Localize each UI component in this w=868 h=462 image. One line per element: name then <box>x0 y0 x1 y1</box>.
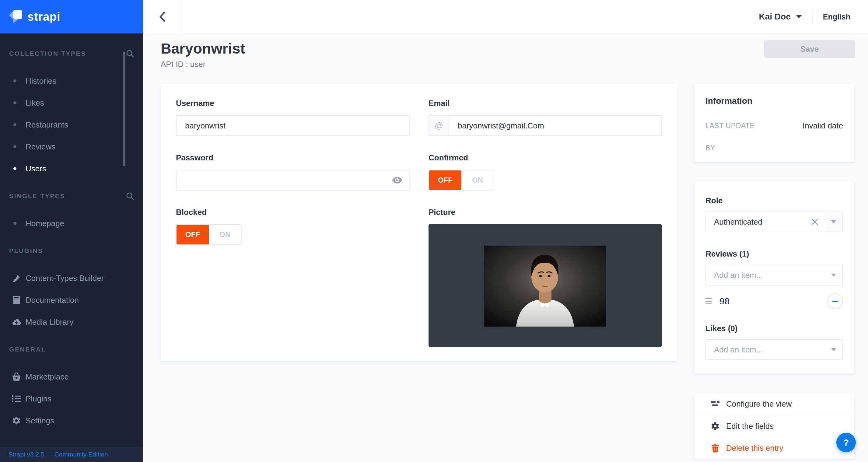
sidebar: strapi COLLECTION TYPES Histories Likes … <box>0 0 143 462</box>
confirmed-toggle[interactable]: OFF ON <box>429 170 494 190</box>
sidebar-item-label: Plugins <box>26 394 52 404</box>
save-button[interactable]: Save <box>764 40 855 58</box>
chevron-down-icon[interactable] <box>796 15 802 18</box>
bullet-icon <box>13 80 17 83</box>
email-input[interactable] <box>449 116 661 135</box>
chevron-left-icon <box>159 12 165 22</box>
sidebar-item-label: Documentation <box>26 296 79 305</box>
sidebar-item-histories[interactable]: Histories <box>0 70 143 92</box>
link-label: Edit the fields <box>726 422 774 431</box>
blocked-field-group: Blocked OFF ON <box>176 208 410 347</box>
dropdown-caret[interactable] <box>825 266 842 285</box>
sidebar-item-reviews[interactable]: Reviews <box>0 136 143 158</box>
review-item-row: 98 <box>706 294 843 309</box>
page-title: Baryonwrist <box>161 39 855 58</box>
section-title-general: GENERAL <box>9 346 46 353</box>
user-photo <box>484 246 606 327</box>
dropdown-caret[interactable] <box>825 212 842 232</box>
information-title: Information <box>706 96 843 106</box>
sidebar-item-settings[interactable]: Settings <box>0 410 143 432</box>
picture-preview[interactable] <box>429 224 662 347</box>
sidebar-item-label: Content-Types Builder <box>26 274 104 283</box>
trash-icon <box>710 443 721 453</box>
bullet-icon <box>13 167 17 170</box>
eye-icon[interactable] <box>392 177 402 184</box>
app-logo[interactable]: strapi <box>0 0 143 33</box>
sidebar-item-label: Users <box>26 164 46 174</box>
bullet-icon <box>13 101 17 104</box>
sidebar-item-users[interactable]: Users <box>0 158 143 180</box>
back-button[interactable] <box>143 0 182 33</box>
information-card: Information LAST UPDATE Invalid date BY <box>694 84 854 162</box>
toggle-off-segment[interactable]: OFF <box>429 171 461 190</box>
by-label: BY <box>706 144 715 152</box>
blocked-toggle[interactable]: OFF ON <box>176 224 242 245</box>
link-label: Configure the view <box>726 399 792 409</box>
sidebar-scrollbar[interactable] <box>123 52 125 166</box>
role-label: Role <box>706 196 843 206</box>
language-selector[interactable]: English <box>823 12 850 21</box>
user-menu[interactable]: Kai Doe <box>759 12 790 22</box>
sidebar-item-plugins[interactable]: Plugins <box>0 388 143 410</box>
delete-entry-link[interactable]: Delete this entry <box>694 437 854 459</box>
picture-field-group: Picture <box>429 208 662 347</box>
sidebar-item-label: Marketplace <box>26 372 69 382</box>
last-update-label: LAST UPDATE <box>706 122 755 130</box>
sidebar-item-restaurants[interactable]: Restaurants <box>0 114 143 136</box>
minus-icon <box>832 298 839 305</box>
email-field-group: Email @ <box>429 99 662 136</box>
email-label: Email <box>429 99 662 108</box>
sidebar-item-label: Media Library <box>26 317 74 327</box>
confirmed-field-group: Confirmed OFF ON <box>429 153 662 190</box>
edit-form-card: Username Email @ Password <box>161 84 678 361</box>
sidebar-nav: COLLECTION TYPES Histories Likes Restaur… <box>0 33 143 432</box>
username-input[interactable] <box>176 115 410 136</box>
sidebar-item-marketplace[interactable]: Marketplace <box>0 366 143 388</box>
bullet-icon <box>13 222 17 225</box>
gear-icon <box>710 422 721 430</box>
username-field-group: Username <box>176 99 410 136</box>
password-input[interactable] <box>176 170 410 190</box>
strapi-version-link[interactable]: Strapi v3.2.5 — Community Edition <box>8 451 108 458</box>
sidebar-item-label: Restaurants <box>26 120 68 130</box>
logo-text: strapi <box>27 10 60 24</box>
likes-add-select[interactable]: Add an item... <box>706 339 843 360</box>
review-item-link[interactable]: 98 <box>719 296 730 306</box>
paintbrush-icon <box>11 274 21 282</box>
drag-handle-icon[interactable] <box>706 298 712 304</box>
sidebar-item-likes[interactable]: Likes <box>0 92 143 114</box>
role-select[interactable]: Authenticated <box>706 212 843 232</box>
toggle-off-segment[interactable]: OFF <box>177 225 209 244</box>
role-value: Authenticated <box>706 217 763 227</box>
section-title-plugins: PLUGINS <box>9 247 43 254</box>
sidebar-item-label: Likes <box>26 98 44 108</box>
sidebar-item-label: Reviews <box>26 142 55 152</box>
help-button[interactable]: ? <box>836 433 856 452</box>
bullet-icon <box>13 145 17 148</box>
clear-icon[interactable] <box>811 218 818 225</box>
sidebar-item-media-library[interactable]: Media Library <box>0 311 143 333</box>
right-panel: Information LAST UPDATE Invalid date BY … <box>694 84 854 459</box>
dropdown-caret[interactable] <box>825 340 842 360</box>
sidebar-item-label: Settings <box>26 416 54 426</box>
content-area: Baryonwrist API ID : user Save Username … <box>143 33 868 462</box>
likes-label: Likes (0) <box>706 324 843 333</box>
toggle-on-segment[interactable]: ON <box>461 171 494 190</box>
search-icon[interactable] <box>126 192 134 200</box>
edit-fields-link[interactable]: Edit the fields <box>694 415 854 437</box>
search-icon[interactable] <box>126 50 134 58</box>
blocked-label: Blocked <box>176 208 410 217</box>
sidebar-item-homepage[interactable]: Homepage <box>0 212 143 234</box>
sidebar-item-label: Homepage <box>26 219 64 228</box>
last-update-value: Invalid date <box>803 121 843 130</box>
sidebar-item-documentation[interactable]: Documentation <box>0 289 143 311</box>
toggle-on-segment[interactable]: ON <box>209 225 241 244</box>
reviews-add-select[interactable]: Add an item... <box>706 265 843 285</box>
reviews-label: Reviews (1) <box>706 249 843 259</box>
sidebar-item-content-types-builder[interactable]: Content-Types Builder <box>0 267 143 289</box>
remove-item-button[interactable] <box>827 294 843 309</box>
configure-view-link[interactable]: Configure the view <box>694 393 854 415</box>
entry-actions-card: Configure the view Edit the fields Delet… <box>694 393 854 459</box>
strapi-logo-icon <box>8 10 23 24</box>
list-icon <box>11 395 21 402</box>
